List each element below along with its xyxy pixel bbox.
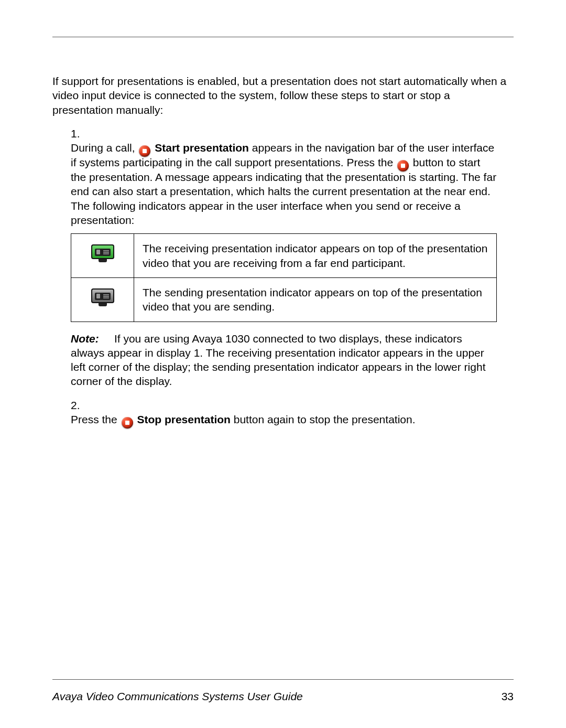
stop-presentation-label: Stop presentation	[137, 413, 231, 425]
note-body: If you are using Avaya 1030 connected to…	[71, 333, 485, 388]
page-number: 33	[502, 690, 514, 703]
step-1: 1. During a call, Start presentation app…	[71, 126, 514, 389]
step-number: 2.	[71, 398, 85, 412]
step1-prefix: During a call,	[71, 142, 138, 154]
step2-suffix: button again to stop the presentation.	[234, 413, 416, 425]
top-divider	[52, 37, 514, 37]
intro-paragraph: If support for presentations is enabled,…	[52, 74, 514, 117]
step-number: 1.	[71, 126, 85, 141]
note-block: Note: If you are using Avaya 1030 connec…	[71, 331, 497, 389]
receiving-presentation-icon	[91, 241, 114, 262]
presentation-button-icon	[397, 160, 409, 172]
note-label: Note:	[71, 333, 99, 345]
sending-indicator-description: The sending presentation indicator appea…	[134, 277, 497, 322]
document-title: Avaya Video Communications Systems User …	[52, 690, 303, 703]
sending-indicator-cell	[71, 277, 134, 322]
receiving-indicator-cell	[71, 234, 134, 278]
footer-divider	[52, 679, 514, 680]
indicator-table: The receiving presentation indicator app…	[71, 233, 497, 322]
step-2: 2. Press the Stop presentation button ag…	[71, 398, 514, 427]
presentation-button-icon	[122, 417, 133, 429]
start-presentation-label: Start presentation	[155, 142, 249, 154]
receiving-indicator-description: The receiving presentation indicator app…	[134, 234, 497, 278]
sending-presentation-icon	[91, 285, 114, 306]
page-footer: Avaya Video Communications Systems User …	[52, 679, 514, 703]
step2-prefix: Press the	[71, 413, 121, 425]
presentation-button-icon	[139, 145, 150, 157]
